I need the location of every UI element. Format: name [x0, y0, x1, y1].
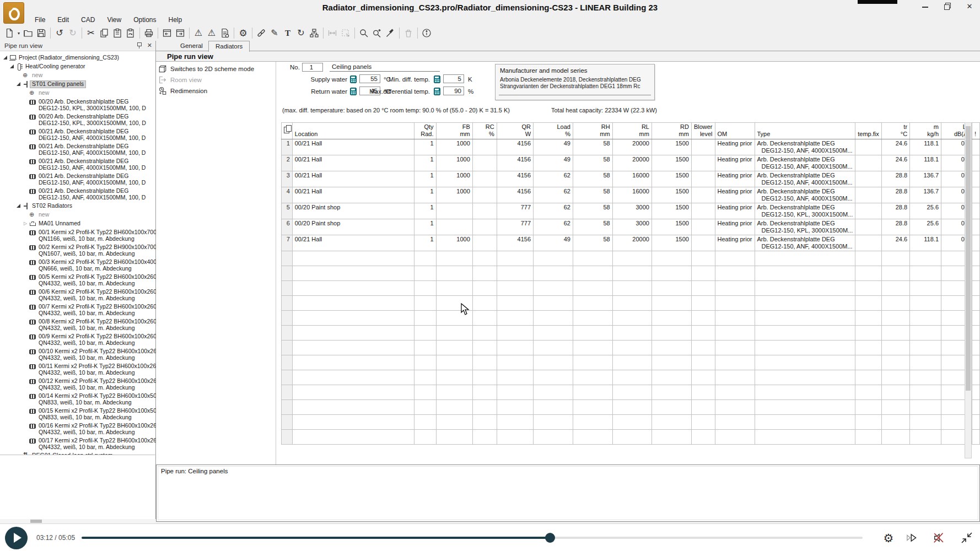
- table-header-row[interactable]: LocationQtyRad.FBmmRC%QRWLoad%RHmmRLmmRD…: [282, 123, 980, 139]
- mute-icon[interactable]: [933, 531, 946, 544]
- cut-icon[interactable]: ✂: [84, 26, 98, 40]
- table-empty-row[interactable]: [282, 266, 980, 281]
- table-row[interactable]: 100/21 Hall11000 41564958200001500 Heati…: [282, 139, 980, 155]
- table-row[interactable]: 700/21 Hall11000 41564958200001500 Heati…: [282, 235, 980, 251]
- tree-item[interactable]: new: [0, 89, 156, 98]
- tree-item[interactable]: 00/21 Arb. Deckenstrahlplatte DEGDEG12-1…: [0, 157, 156, 172]
- max-diff-temp-field[interactable]: 90: [443, 87, 464, 95]
- tree-item[interactable]: 00/21 Arb. Deckenstrahlplatte DEGDEG12-1…: [0, 187, 156, 202]
- tree-item[interactable]: 00/3 Kermi x2 Profil-K Typ22 BH600x100x4…: [0, 258, 156, 273]
- supply-calculator-icon[interactable]: [350, 75, 357, 83]
- manufacturer-box[interactable]: Manufacturer and model series Arbonia De…: [495, 64, 655, 100]
- tree-item[interactable]: MA01 Unnamed: [0, 219, 156, 228]
- tree-item[interactable]: 00/9 Kermi x2 Profil-K Typ22 BH600x100x2…: [0, 332, 156, 347]
- max-diff-calculator-icon[interactable]: [434, 88, 440, 95]
- playback-speed-icon[interactable]: [906, 531, 919, 544]
- progress-handle[interactable]: [545, 533, 555, 543]
- table-empty-row[interactable]: [282, 251, 980, 266]
- tree-item[interactable]: Heat/Cooling generator: [0, 62, 156, 71]
- tree-item[interactable]: new: [0, 210, 156, 219]
- table-vertical-scrollbar[interactable]: [965, 122, 972, 458]
- table-empty-row[interactable]: [282, 415, 980, 430]
- column-header[interactable]: Blowerlevel: [691, 123, 715, 139]
- menu-view[interactable]: View: [101, 16, 127, 24]
- table-empty-row[interactable]: [282, 296, 980, 311]
- sitemap-icon[interactable]: [308, 26, 321, 40]
- min-diff-temp-field[interactable]: 5: [443, 74, 464, 83]
- undo-icon[interactable]: ↺: [53, 26, 66, 40]
- zoom-regen-icon[interactable]: [370, 26, 384, 40]
- action-redimension[interactable]: Redimension: [158, 86, 207, 96]
- tree-splitter[interactable]: [0, 455, 156, 455]
- tree-item[interactable]: ST01 Ceiling panels: [0, 80, 156, 89]
- copy-icon[interactable]: [98, 26, 111, 40]
- table-row[interactable]: 200/21 Hall11000 41564958200001500 Heati…: [282, 155, 980, 171]
- restore-button[interactable]: [944, 2, 951, 10]
- menu-cad[interactable]: CAD: [75, 16, 101, 24]
- report-icon[interactable]: [218, 26, 231, 40]
- tree-item[interactable]: 00/15 Kermi x2 Profil-K Typ22 BH600x100x…: [0, 407, 156, 422]
- new-document-icon[interactable]: [3, 26, 16, 40]
- min-diff-calculator-icon[interactable]: [434, 75, 440, 83]
- column-header[interactable]: Load%: [534, 123, 573, 139]
- pipe-run-name-field[interactable]: Ceiling panels: [330, 62, 440, 72]
- tree-item[interactable]: 00/7 Kermi x2 Profil-K Typ22 BH600x100x2…: [0, 302, 156, 317]
- column-header[interactable]: mkg/h: [910, 123, 941, 139]
- tree-expander-icon[interactable]: [15, 81, 23, 87]
- column-header[interactable]: Location: [292, 123, 414, 139]
- close-button[interactable]: [966, 2, 973, 10]
- table-empty-row[interactable]: [282, 311, 980, 326]
- table-row[interactable]: 400/21 Hall11000 41566258160001500 Heati…: [282, 187, 980, 203]
- menu-options[interactable]: Options: [127, 16, 162, 24]
- selection-box-icon[interactable]: [339, 26, 352, 40]
- column-header[interactable]: Type: [755, 123, 855, 139]
- tree-item[interactable]: 00/20 Arb. Deckenstrahlplatte DEGDEG12-1…: [0, 112, 156, 127]
- play-button[interactable]: [5, 527, 28, 549]
- tree-item[interactable]: 00/1 Kermi x2 Profil-K Typ22 BH600x100x7…: [0, 228, 156, 243]
- menu-help[interactable]: Help: [163, 16, 189, 24]
- column-header[interactable]: FBmm: [436, 123, 472, 139]
- progress-bar[interactable]: [82, 537, 863, 539]
- menu-edit[interactable]: Edit: [51, 16, 75, 24]
- shrink-player-icon[interactable]: [960, 531, 973, 544]
- table-row[interactable]: 500/20 Paint shop1 777625830001500 Heati…: [282, 203, 980, 219]
- tree-expander-icon[interactable]: [22, 220, 29, 226]
- minimize-button[interactable]: [922, 2, 929, 10]
- warning-check-bold-icon[interactable]: ⚠: [205, 26, 218, 40]
- player-settings-gear-icon[interactable]: ⚙: [882, 531, 895, 544]
- column-header[interactable]: tr°C: [882, 123, 910, 139]
- tree-item[interactable]: 00/10 Kermi x2 Profil-K Typ22 BH600x100x…: [0, 347, 156, 362]
- view-next-icon[interactable]: [174, 26, 187, 40]
- tree-item[interactable]: ST02 Radiators: [0, 202, 156, 210]
- tree-item[interactable]: 00/5 Kermi x2 Profil-K Typ22 BH600x100x2…: [0, 273, 156, 288]
- table-row[interactable]: 600/20 Paint shop1 777625830001500 Heati…: [282, 219, 980, 235]
- column-header[interactable]: QRW: [497, 123, 533, 139]
- tree-item[interactable]: 00/21 Arb. Deckenstrahlplatte DEGDEG12-1…: [0, 172, 156, 187]
- column-header[interactable]: OM: [715, 123, 755, 139]
- column-header[interactable]: RDmm: [651, 123, 691, 139]
- tree-item[interactable]: 00/2 Kermi x2 Profil-K Typ22 BH900x100x7…: [0, 243, 156, 258]
- tree-item[interactable]: 00/21 Arb. Deckenstrahlplatte DEGDEG12-1…: [0, 142, 156, 157]
- view-previous-icon[interactable]: [160, 26, 174, 40]
- pencil-icon[interactable]: ✎: [268, 26, 281, 40]
- table-empty-row[interactable]: [282, 326, 980, 341]
- tree-horizontal-scrollbar[interactable]: [0, 519, 156, 523]
- column-header[interactable]: RC%: [472, 123, 497, 139]
- pipe-run-number-field[interactable]: 1: [302, 63, 323, 72]
- supply-water-field[interactable]: 55: [359, 74, 380, 83]
- column-header[interactable]: RHmm: [573, 123, 612, 139]
- tree-item[interactable]: 00/8 Kermi x2 Profil-K Typ22 BH600x100x2…: [0, 317, 156, 332]
- paste-icon[interactable]: [111, 26, 124, 40]
- fit-width-icon[interactable]: [326, 26, 339, 40]
- tree-item[interactable]: 00/20 Arb. Deckenstrahlplatte DEGDEG12-1…: [0, 98, 156, 112]
- table-empty-row[interactable]: [282, 370, 980, 385]
- table-empty-row[interactable]: [282, 355, 980, 370]
- tree-item[interactable]: Project (Radiator_dimensioning_CS23): [0, 53, 156, 62]
- column-header[interactable]: RLmm: [612, 123, 651, 139]
- print-icon[interactable]: [142, 26, 155, 40]
- table-empty-row[interactable]: [282, 341, 980, 355]
- trash-icon[interactable]: [402, 26, 415, 40]
- tree-item[interactable]: 00/12 Kermi x2 Profil-K Typ22 BH600x100x…: [0, 377, 156, 392]
- pipette-icon[interactable]: [384, 26, 397, 40]
- menu-file[interactable]: File: [29, 16, 51, 24]
